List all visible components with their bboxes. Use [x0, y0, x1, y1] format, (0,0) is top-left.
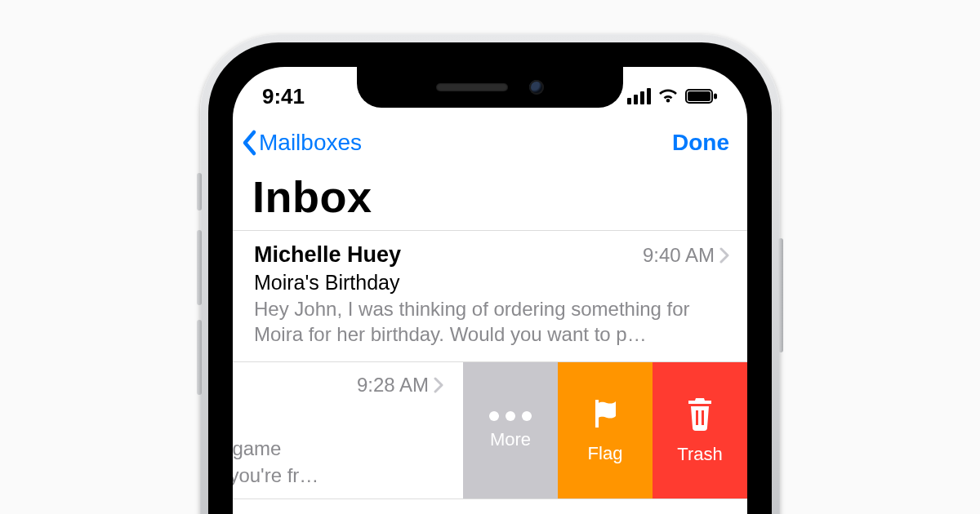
wifi-icon: [657, 88, 679, 104]
nav-bar: Mailboxes Done: [233, 116, 747, 170]
screen: 9:41: [233, 67, 747, 514]
message-preview: Hey John, I was thinking of ordering som…: [254, 296, 729, 347]
message-preview: gether for game ndering if you're fr…: [233, 436, 486, 489]
swipe-more-button[interactable]: More: [463, 362, 558, 498]
message-time: 9:40 AM: [643, 244, 715, 267]
swipe-actions: More Flag: [463, 362, 747, 498]
battery-icon: [685, 89, 718, 104]
status-indicators: [627, 88, 718, 104]
message-row[interactable]: Michelle Huey 9:40 AM Moira's Birthday H…: [233, 231, 747, 362]
back-label: Mailboxes: [259, 130, 362, 156]
message-sender: Michelle Huey: [254, 242, 401, 268]
phone-frame: 9:41: [200, 34, 780, 514]
swipe-more-label: More: [490, 429, 531, 450]
message-sender: Monica Reyna: [254, 511, 403, 514]
volume-down-button: [197, 320, 202, 395]
chevron-right-icon: [434, 377, 443, 393]
status-time: 9:41: [262, 84, 305, 109]
front-camera: [529, 80, 544, 95]
message-time-wrap: 9:28 AM: [357, 374, 443, 397]
more-icon: [489, 411, 532, 421]
swipe-trash-label: Trash: [677, 444, 722, 465]
done-button[interactable]: Done: [672, 130, 729, 156]
side-button: [778, 238, 783, 352]
svg-rect-2: [714, 94, 717, 100]
swipe-flag-label: Flag: [588, 443, 623, 464]
stage: 9:41: [0, 0, 980, 514]
message-row[interactable]: Monica Reyna 9:05 AM: [233, 499, 747, 514]
back-button[interactable]: Mailboxes: [241, 129, 362, 157]
page-title: Inbox: [252, 171, 372, 222]
message-time-wrap: 9:40 AM: [643, 244, 729, 267]
message-list[interactable]: Michelle Huey 9:40 AM Moira's Birthday H…: [233, 230, 747, 514]
earpiece-speaker: [436, 83, 508, 91]
cellular-signal-icon: [627, 88, 651, 104]
notch: [357, 67, 623, 108]
message-time: 9:28 AM: [357, 374, 429, 397]
message-subject: Moira's Birthday: [254, 271, 729, 295]
message-row-swiped[interactable]: 9:28 AM gether for game ndering if you'r…: [233, 362, 747, 499]
chevron-right-icon: [719, 247, 729, 264]
trash-icon: [686, 397, 714, 436]
volume-up-button: [197, 230, 202, 305]
svg-rect-1: [688, 91, 710, 101]
flag-icon: [590, 397, 620, 435]
swipe-trash-button[interactable]: Trash: [653, 362, 747, 498]
swipe-flag-button[interactable]: Flag: [558, 362, 653, 498]
chevron-left-icon: [241, 129, 259, 157]
phone-bezel: 9:41: [208, 42, 772, 514]
mute-switch: [197, 173, 202, 210]
